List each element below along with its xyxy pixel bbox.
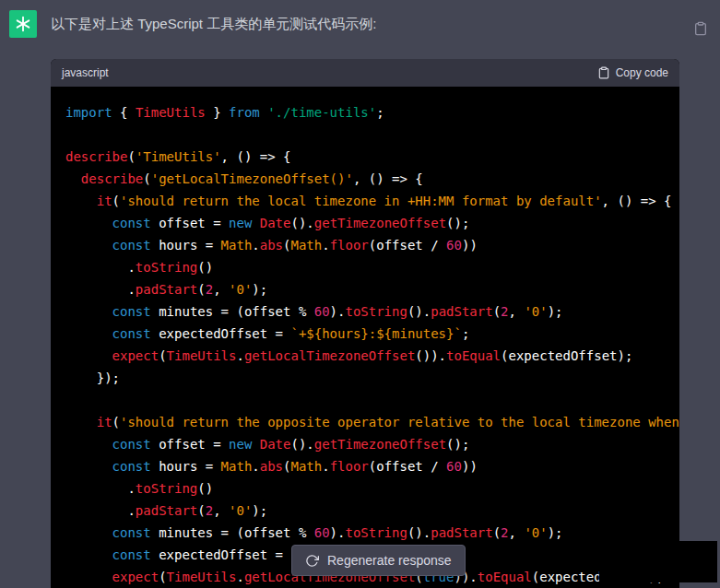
regenerate-button[interactable]: Regenerate response	[291, 545, 466, 576]
code-token: .	[252, 238, 259, 253]
code-token: .	[65, 503, 136, 518]
code-line: });	[65, 367, 665, 389]
code-token	[260, 105, 267, 120]
code-token: 'getLocalTimezoneOffset()'	[151, 171, 353, 186]
code-token: padStart	[136, 282, 197, 297]
code-token: .	[236, 570, 243, 584]
code-token: 2	[501, 525, 508, 540]
code-line: describe('getLocalTimezoneOffset()', () …	[65, 168, 665, 190]
code-token: getTimezoneOffset	[314, 437, 446, 452]
code-token: '0'	[229, 503, 252, 518]
code-token: from	[229, 105, 260, 120]
code-token	[65, 326, 112, 341]
code-token: Date	[260, 437, 291, 452]
code-token	[65, 525, 112, 540]
code-token: const	[112, 326, 151, 341]
code-token: toString	[136, 481, 197, 496]
code-token: new	[229, 437, 252, 452]
code-token: toString	[345, 525, 407, 540]
code-line	[65, 123, 665, 146]
code-line: it('should return the opposite operator …	[65, 411, 665, 433]
code-token: {	[112, 105, 136, 120]
code-token: 'TimeUtils'	[136, 149, 221, 164]
code-line: .padStart(2, '0');	[65, 278, 665, 300]
code-token: ().	[407, 304, 431, 319]
code-token: ,	[213, 503, 229, 518]
code-token: .	[236, 348, 243, 363]
code-token: new	[229, 216, 252, 230]
code-token: ();	[446, 437, 469, 452]
code-token: const	[112, 547, 151, 562]
code-line: const hours = Math.abs(Math.floor(offset…	[65, 455, 665, 477]
code-token: (	[493, 525, 501, 540]
code-line: const offset = new Date().getTimezoneOff…	[65, 433, 665, 455]
regenerate-label: Regenerate response	[327, 553, 452, 568]
code-token: 2	[206, 503, 213, 518]
code-token: toEqual	[446, 348, 501, 363]
code-token: (	[112, 415, 120, 429]
copy-code-button[interactable]: Copy code	[597, 66, 668, 79]
code-token: 2	[501, 304, 508, 319]
code-token: ,	[213, 282, 229, 297]
code-token: const	[112, 525, 151, 540]
code-token: '0'	[524, 304, 547, 319]
code-token: expectedOffset =	[151, 547, 291, 562]
code-token: const	[112, 216, 151, 230]
code-token: ))	[462, 459, 478, 474]
code-token: ().	[407, 525, 431, 540]
code-token: .	[322, 238, 329, 253]
code-token: Math	[290, 459, 322, 474]
assistant-avatar	[9, 10, 37, 38]
code-line: const hours = Math.abs(Math.floor(offset…	[65, 234, 665, 256]
code-token	[65, 348, 112, 363]
code-token: padStart	[136, 503, 197, 518]
code-token: 2	[206, 282, 213, 297]
code-line: .padStart(2, '0');	[65, 500, 665, 522]
code-token: , () => {	[353, 171, 423, 186]
code-token: ()).	[415, 348, 446, 363]
code-token: `+${hours}:${minutes}`	[290, 326, 461, 341]
code-token: 'should return the local timezone in +HH…	[120, 194, 602, 208]
code-token: }	[206, 105, 229, 120]
code-token	[65, 437, 112, 452]
code-token: ;	[462, 326, 469, 341]
code-token: (	[159, 348, 166, 363]
code-token: 60	[446, 459, 462, 474]
code-token: (	[159, 570, 166, 584]
code-token: 60	[314, 525, 330, 540]
code-token	[65, 194, 97, 208]
code-token: .	[252, 459, 259, 474]
openai-logo-icon	[14, 15, 32, 33]
code-token: hours =	[151, 238, 221, 253]
code-line: .toString()	[65, 256, 665, 278]
code-token: expect	[112, 570, 159, 584]
code-token: (offset /	[369, 459, 446, 474]
code-token: .	[322, 459, 329, 474]
code-token: expectedOffset =	[151, 326, 291, 341]
code-token: describe	[81, 171, 143, 186]
code-token	[65, 459, 112, 474]
code-token: ()	[197, 260, 213, 275]
code-token: describe	[65, 149, 127, 164]
code-token: padStart	[431, 525, 492, 540]
code-token: getTimezoneOffset	[314, 216, 446, 230]
code-token: , () => {	[221, 149, 291, 164]
code-token: toString	[136, 260, 197, 275]
code-block: javascript Copy code import { TimeUtils …	[51, 59, 679, 588]
code-token: abs	[260, 459, 283, 474]
code-line: const expectedOffset = `+${hours}:${minu…	[65, 323, 665, 345]
code-token: 'should return the opposite operator rel…	[120, 415, 679, 429]
code-line: import { TimeUtils } from './time-utils'…	[65, 101, 665, 123]
code-line: expect(TimeUtils.getLocalTimezoneOffset(…	[65, 345, 665, 367]
code-token: floor	[330, 238, 369, 253]
code-token: './time-utils'	[267, 105, 376, 120]
code-line	[65, 389, 665, 411]
message-copy-button[interactable]	[693, 21, 708, 39]
code-token: ().	[290, 437, 313, 452]
code-token: ();	[446, 216, 469, 230]
black-overlay	[599, 541, 717, 582]
code-token	[252, 216, 259, 230]
code-token: );	[548, 525, 563, 540]
code-token: , () => {	[602, 194, 672, 208]
code-token: toString	[345, 304, 407, 319]
